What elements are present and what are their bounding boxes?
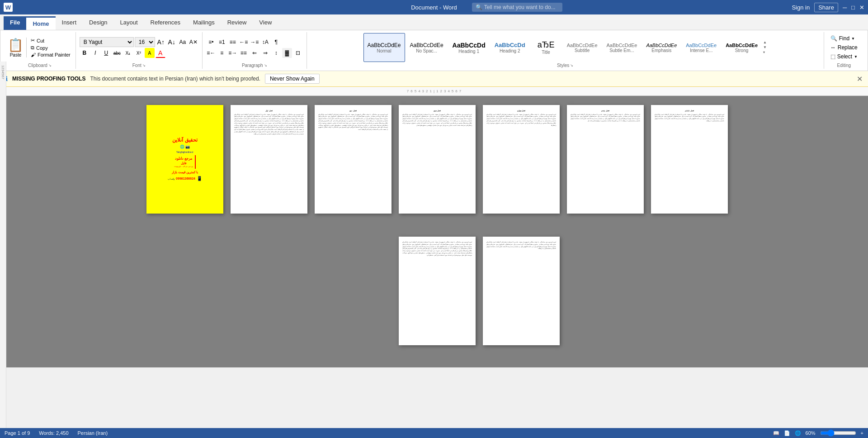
rtl-text-button[interactable]: ⇐ [250, 48, 259, 58]
tab-file[interactable]: File [4, 16, 26, 30]
font-name-select[interactable]: B Yagut [80, 37, 134, 47]
tab-layout[interactable]: Layout [114, 16, 144, 30]
line-spacing-button[interactable]: ↕ [271, 48, 281, 58]
tab-insert[interactable]: Insert [56, 16, 83, 30]
align-center-button[interactable]: ≡ [217, 48, 227, 58]
style-item-label-7: Emphasis [651, 48, 671, 53]
style-item-label-9: Strong [735, 48, 748, 53]
search-bar[interactable]: 🔍 [472, 3, 562, 12]
copy-button[interactable]: ⧉ Copy [29, 44, 72, 51]
underline-button[interactable]: U [101, 48, 111, 58]
close-icon[interactable]: ✕ [859, 4, 864, 11]
font-color-button[interactable]: A [156, 48, 165, 58]
superscript-button[interactable]: X² [134, 48, 144, 58]
ribbon-group-styles: AaBbCcDdEeNormalAaBbCcDdEeNo Spac...AaBb… [307, 32, 824, 69]
sort-button[interactable]: ↕A [260, 37, 270, 47]
align-left-button[interactable]: ≡← [206, 48, 216, 58]
never-show-again-button[interactable]: Never Show Again [265, 74, 320, 84]
doc-page-8[interactable]: لورم ایپسوم متن ساختگی با تولید سادگی نا… [399, 237, 476, 345]
numbering-button[interactable]: ≡1 [217, 37, 227, 47]
justify-button[interactable]: ≡≡ [239, 48, 249, 58]
clear-formatting-button[interactable]: A✕ [189, 37, 198, 47]
select-button[interactable]: ⬚ Select ▼ [828, 52, 860, 61]
clipboard-expand-icon[interactable]: ↘ [48, 63, 52, 67]
font-case-button[interactable]: Aa [178, 37, 188, 47]
promo-title: تحقیق آنلاین [172, 137, 197, 143]
style-item-intense-e...[interactable]: AaBbCcDdEeIntense E... [682, 33, 721, 62]
text-highlight-button[interactable]: A [145, 48, 155, 58]
maximize-icon[interactable]: □ [851, 4, 855, 11]
font-size-decrease-button[interactable]: A↓ [167, 37, 177, 47]
doc-page-6[interactable]: فصل پنجم لورم ایپسوم متن ساختگی با تولید… [567, 105, 644, 214]
bullets-button[interactable]: ≡• [206, 37, 216, 47]
title-bar-left: W [4, 3, 13, 12]
replace-icon: ↔ [830, 44, 836, 51]
paragraph-expand-icon[interactable]: ↘ [264, 63, 267, 67]
notification-close-button[interactable]: ✕ [857, 75, 863, 83]
doc-page-1[interactable]: تحقیق آنلاین 📷 🌐 Tahghighonline.ir مرجع … [146, 105, 223, 214]
increase-indent-button[interactable]: →≡ [250, 37, 259, 47]
style-item-no-spac...[interactable]: AaBbCcDdEeNo Spac... [406, 33, 448, 62]
borders-button[interactable]: ⊡ [293, 48, 303, 58]
bold-button[interactable]: B [80, 48, 90, 58]
shading-button[interactable]: ▓ [282, 48, 292, 58]
page-8-content: لورم ایپسوم متن ساختگی با تولید سادگی نا… [399, 237, 476, 345]
subscript-button[interactable]: X₂ [123, 48, 133, 58]
format-painter-button[interactable]: 🖌 Format Painter [29, 52, 72, 58]
style-item-title[interactable]: aЂETitle [530, 33, 562, 62]
share-button[interactable]: Share [814, 3, 838, 12]
multilevel-list-button[interactable]: ≡≡ [228, 37, 238, 47]
styles-scroll-up-button[interactable]: ▲ [763, 40, 767, 45]
doc-page-5[interactable]: فصل چهارم لورم ایپسوم متن ساختگی با تولی… [483, 105, 560, 214]
style-item-subtitle[interactable]: AaBbCcDdEeSubtitle [563, 33, 602, 62]
tab-design[interactable]: Design [83, 16, 113, 30]
copy-icon: ⧉ [31, 45, 34, 51]
notification-text: This document contains text in Persian (… [90, 76, 260, 82]
font-expand-icon[interactable]: ↘ [142, 63, 146, 67]
tab-home[interactable]: Home [26, 16, 55, 30]
minimize-icon[interactable]: ─ [843, 4, 847, 11]
styles-expand-button[interactable]: ▾ [763, 50, 767, 55]
style-item-text-2: AaBbCcDd [453, 42, 486, 49]
tab-view[interactable]: View [253, 16, 278, 30]
tab-references[interactable]: References [144, 16, 187, 30]
doc-page-7[interactable]: فصل ششم لورم ایپسوم متن ساختگی با تولید … [651, 105, 728, 214]
italic-button[interactable]: I [90, 48, 100, 58]
replace-button[interactable]: ↔ Replace [828, 43, 860, 52]
clipboard-controls: 📋 Paste ✂ Cut ⧉ Copy 🖌 Format Painter [8, 33, 72, 62]
tab-mailings[interactable]: Mailings [187, 16, 221, 30]
style-item-text-8: AaBbCcDdEe [686, 43, 717, 48]
style-item-normal[interactable]: AaBbCcDdEeNormal [363, 33, 405, 62]
doc-page-4[interactable]: فصل سوم لورم ایپسوم متن ساختگی با تولید … [399, 105, 476, 214]
strikethrough-button[interactable]: abc [112, 48, 122, 58]
paste-button[interactable]: 📋 Paste [8, 38, 27, 57]
font-size-increase-button[interactable]: A↑ [156, 37, 166, 47]
style-item-subtle-em...[interactable]: AaBbCcDdEeSubtle Em... [603, 33, 642, 62]
ltr-text-button[interactable]: ⇒ [260, 48, 270, 58]
font-size-select[interactable]: 16 [135, 37, 155, 47]
styles-expand-icon[interactable]: ↘ [570, 63, 573, 67]
align-right-button[interactable]: ≡→ [228, 48, 238, 58]
sign-in-link[interactable]: Sign in [792, 4, 810, 11]
style-item-text-3: AaBbCcDd [495, 42, 525, 48]
style-item-heading-1[interactable]: AaBbCcDdHeading 1 [448, 33, 490, 62]
styles-scroll-down-button[interactable]: ▼ [763, 45, 767, 50]
style-item-text-1: AaBbCcDdEe [410, 42, 443, 48]
page-row-1: تحقیق آنلاین 📷 🌐 Tahghighonline.ir مرجع … [146, 105, 728, 222]
show-marks-button[interactable]: ¶ [271, 37, 281, 47]
page7-heading: فصل ششم [655, 110, 724, 112]
decrease-indent-button[interactable]: ←≡ [239, 37, 249, 47]
clipboard-small-buttons: ✂ Cut ⧉ Copy 🖌 Format Painter [29, 37, 72, 58]
doc-title: Document - Word [411, 4, 457, 11]
find-button[interactable]: 🔍 Find ▼ [828, 34, 860, 43]
style-item-heading-2[interactable]: AaBbCcDdHeading 2 [491, 33, 529, 62]
style-item-strong[interactable]: AaBbCcDdEeStrong [722, 33, 762, 62]
cut-button[interactable]: ✂ Cut [29, 37, 72, 44]
style-item-text-4: aЂE [538, 40, 555, 50]
style-item-emphasis[interactable]: AaBbCcDdEeEmphasis [642, 33, 681, 62]
tab-review[interactable]: Review [221, 16, 253, 30]
search-input[interactable] [484, 4, 557, 10]
doc-page-2[interactable]: فصل اول لورم ایپسوم متن ساختگی با تولید … [231, 105, 307, 214]
doc-page-3[interactable]: فصل دوم لورم ایپسوم متن ساختگی با تولید … [315, 105, 392, 214]
doc-page-9[interactable]: لورم ایپسوم متن ساختگی با تولید سادگی نا… [483, 237, 560, 345]
